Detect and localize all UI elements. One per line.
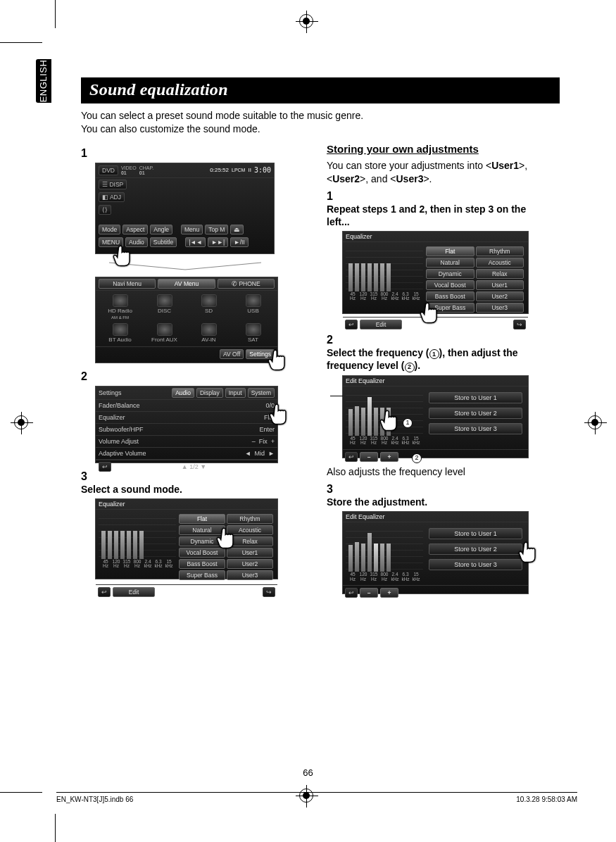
back-button[interactable]: ↩ — [345, 452, 358, 462]
source-sat[interactable]: SAT — [231, 322, 275, 344]
tab-display[interactable]: Display — [196, 388, 223, 398]
eq-dynamic[interactable]: Dynamic — [426, 269, 474, 279]
eq-flat[interactable]: Flat — [426, 246, 474, 256]
step-text: Select the frequency (1), then adjust th… — [327, 346, 544, 372]
prev-button[interactable]: |◄◄ — [185, 237, 206, 247]
eq-super[interactable]: Super Bass — [179, 570, 225, 580]
forward-button[interactable]: ↪ — [263, 587, 275, 597]
source-usb[interactable]: USB — [231, 293, 275, 322]
aspect-button[interactable]: Aspect — [122, 225, 148, 234]
store-user2-button[interactable]: Store to User 2 — [429, 543, 522, 555]
avoff-button[interactable]: AV Off — [220, 349, 244, 359]
step-number: 3 — [81, 470, 94, 483]
row-voladjust[interactable]: Volume Adjust– Fix + — [96, 436, 277, 448]
step-number: 3 — [327, 483, 339, 496]
topmenu-button[interactable]: Top M — [205, 225, 228, 234]
plus-button[interactable]: + — [380, 452, 398, 462]
eq-relax[interactable]: Relax — [476, 269, 524, 279]
eq-user2[interactable]: User2 — [476, 291, 524, 301]
source-sd[interactable]: SD — [187, 293, 231, 322]
eq-user3[interactable]: User3 — [476, 303, 524, 313]
eq-user3[interactable]: User3 — [227, 570, 273, 580]
tab-audio[interactable]: Audio — [172, 388, 194, 398]
back-button[interactable]: ↩ — [345, 588, 358, 598]
source-hdradio[interactable]: HD RadioAM & FM — [98, 293, 142, 322]
angle-button[interactable]: Angle — [150, 225, 172, 234]
crop-mark — [55, 0, 56, 28]
forward-button[interactable]: ↪ — [513, 320, 526, 329]
mode-button[interactable]: Mode — [99, 225, 120, 234]
shot-title: Equalizer — [346, 233, 372, 240]
source-frontaux[interactable]: Front AUX — [142, 322, 187, 344]
av-menu-tab[interactable]: AV Menu — [158, 279, 215, 289]
crop-mark — [55, 814, 56, 842]
tab-system[interactable]: System — [248, 388, 275, 398]
hand-pointer-icon — [417, 301, 442, 326]
footer-left: EN_KW-NT3[J]5.indb 66 — [56, 796, 133, 803]
store-user1-button[interactable]: Store to User 1 — [429, 528, 522, 539]
footer-right: 10.3.28 9:58:03 AM — [516, 796, 577, 803]
intro-line-1: You can select a preset sound mode suita… — [81, 109, 560, 122]
callout-1: 1 — [429, 349, 439, 359]
screenshot-equalizer-edit: Equalizer 45 Hz120 Hz315 Hz 800 Hz2.4 kH… — [342, 231, 529, 314]
phone-tab[interactable]: ✆ PHONE — [218, 279, 275, 289]
shot-title: Edit Equalizer — [346, 513, 385, 520]
eq-natural[interactable]: Natural — [426, 258, 474, 268]
menu-button[interactable]: Menu — [181, 225, 203, 234]
eq-user1[interactable]: User1 — [476, 280, 524, 290]
row-fader[interactable]: Fader/Balance0/0 — [96, 400, 277, 412]
eq-bass[interactable]: Bass Boost — [426, 291, 474, 301]
store-user3-button[interactable]: Store to User 3 — [429, 423, 522, 434]
screenshot-settings: Settings Audio Display Input System Fade… — [95, 386, 278, 463]
subtitle-button[interactable]: Subtitle — [150, 237, 177, 247]
language-tab: ENGLISH — [36, 59, 51, 103]
screenshot-equalizer: Equalizer 45 Hz120 Hz315 Hz 800 Hz2.4 kH… — [95, 498, 278, 579]
intro-line-2: You can also customize the sound mode. — [81, 122, 560, 136]
eq-bass[interactable]: Bass Boost — [179, 559, 225, 569]
tab-input[interactable]: Input — [225, 388, 246, 398]
minus-button[interactable]: – — [360, 452, 378, 462]
source-disc[interactable]: DISC — [142, 293, 187, 322]
row-subwoofer[interactable]: Subwoofer/HPFEnter — [96, 424, 277, 436]
back-button[interactable]: ↩ — [99, 462, 111, 472]
store-user1-button[interactable]: Store to User 1 — [429, 392, 522, 403]
eq-vocal[interactable]: Vocal Boost — [426, 280, 474, 290]
move-button[interactable]: ⟨⟩ — [99, 205, 111, 215]
eq-rhythm[interactable]: Rhythm — [227, 514, 273, 524]
back-button[interactable]: ↩ — [98, 587, 111, 597]
source-btaudio[interactable]: BT Audio — [98, 322, 142, 344]
minus-button[interactable]: – — [360, 588, 378, 598]
store-user2-button[interactable]: Store to User 2 — [429, 408, 522, 419]
store-user3-button[interactable]: Store to User 3 — [429, 559, 522, 570]
hand-pointer-icon — [265, 348, 290, 373]
next-button[interactable]: ►►| — [208, 237, 228, 247]
step-text: Store the adjustment. — [327, 496, 544, 508]
row-equalizer[interactable]: EqualizerFlat — [96, 412, 277, 424]
eq-acoustic[interactable]: Acoustic — [476, 258, 524, 268]
page-number: 66 — [0, 767, 616, 778]
eject-button[interactable]: ⏏ — [230, 225, 244, 234]
pause-icon: II — [248, 167, 251, 173]
disp-button[interactable]: ☰ DISP — [99, 180, 127, 189]
eq-user2[interactable]: User2 — [227, 559, 273, 569]
adj-button[interactable]: ◧ ADJ — [99, 192, 125, 202]
navi-menu-tab[interactable]: Navi Menu — [99, 279, 156, 289]
crop-mark — [0, 42, 42, 43]
plus-button[interactable]: + — [380, 588, 398, 598]
eq-rhythm[interactable]: Rhythm — [476, 246, 524, 256]
edit-button[interactable]: Edit — [360, 320, 402, 329]
row-adaptive[interactable]: Adaptive Volume◄ Mid ► — [96, 448, 277, 460]
screenshot-edit-equalizer: Edit Equalizer 45 Hz120 Hz315 Hz 800 Hz2… — [342, 375, 529, 458]
subheading: Storing your own adjustments — [327, 143, 560, 155]
callout-2-badge: 2 — [412, 453, 422, 463]
eq-flat[interactable]: Flat — [179, 514, 225, 524]
source-avin[interactable]: AV-IN — [187, 322, 231, 344]
back-button[interactable]: ↩ — [345, 320, 358, 329]
playpause-button[interactable]: ►/II — [230, 237, 249, 247]
registration-mark — [14, 415, 28, 429]
edit-button[interactable]: Edit — [113, 587, 155, 597]
shot-title: Edit Equalizer — [346, 377, 385, 384]
hand-pointer-icon — [110, 244, 135, 269]
chap-label: CHAP.01 — [139, 165, 154, 175]
lpcm-label: LPCM — [232, 168, 245, 172]
